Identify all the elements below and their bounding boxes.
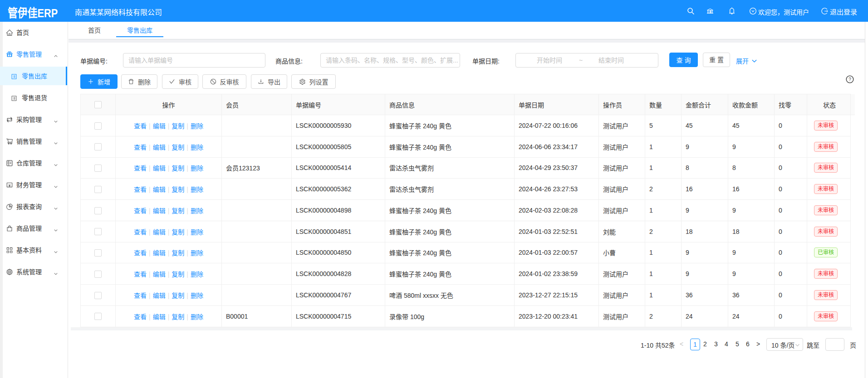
svg-text:?: ? xyxy=(848,77,851,82)
